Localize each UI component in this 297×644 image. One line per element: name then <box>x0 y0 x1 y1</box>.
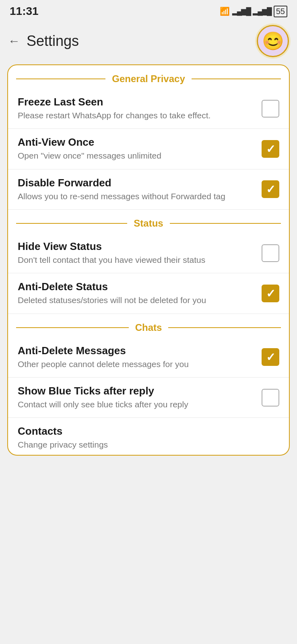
setting-title-anti-view-once: Anti-View Once <box>18 136 254 149</box>
setting-title-anti-delete-messages: Anti-Delete Messages <box>18 345 254 357</box>
battery-icon: 55 <box>274 6 287 17</box>
setting-text-disable-forwarded: Disable Forwarded Allows you to re-send … <box>18 177 262 202</box>
setting-row-anti-view-once[interactable]: Anti-View Once Open "view once" messages… <box>8 129 289 169</box>
avatar[interactable]: 😊 <box>257 25 289 57</box>
checkbox-anti-delete-messages[interactable] <box>262 348 279 366</box>
section-header-chats: Chats <box>8 314 289 337</box>
setting-row-freeze-last-seen[interactable]: Freeze Last Seen Please restart WhatsApp… <box>8 89 289 129</box>
section-line-chats-right <box>168 327 281 328</box>
setting-text-anti-delete-status: Anti-Delete Status Deleted statuses/stor… <box>18 281 262 306</box>
setting-title-anti-delete-status: Anti-Delete Status <box>18 281 254 293</box>
setting-row-anti-delete-status[interactable]: Anti-Delete Status Deleted statuses/stor… <box>8 273 289 314</box>
setting-title-contacts: Contacts <box>18 425 271 438</box>
checkbox-freeze-last-seen[interactable] <box>262 100 279 118</box>
setting-text-hide-view-status: Hide View Status Don't tell contact that… <box>18 240 262 266</box>
status-time: 11:31 <box>10 5 39 18</box>
signal-bars2-icon: ▂▄▆█ <box>253 7 271 16</box>
setting-desc-contacts: Change privacy settings <box>18 439 271 450</box>
section-line-chats-left <box>16 327 129 328</box>
back-button[interactable]: ← <box>8 34 20 48</box>
setting-text-freeze-last-seen: Freeze Last Seen Please restart WhatsApp… <box>18 96 262 121</box>
status-icons: 📶 ▂▄▆█ ▂▄▆█ 55 <box>220 6 287 17</box>
setting-title-hide-view-status: Hide View Status <box>18 240 254 253</box>
setting-row-disable-forwarded[interactable]: Disable Forwarded Allows you to re-send … <box>8 169 289 210</box>
setting-desc-anti-view-once: Open "view once" messages unlimited <box>18 150 254 161</box>
header-left: ← Settings <box>8 33 79 50</box>
section-title-status: Status <box>131 218 165 229</box>
section-header-status: Status <box>8 210 289 233</box>
section-line-status-left <box>16 223 127 224</box>
section-title-chats: Chats <box>133 322 165 333</box>
setting-text-anti-delete-messages: Anti-Delete Messages Other people cannot… <box>18 345 262 370</box>
setting-title-show-blue-ticks: Show Blue Ticks after reply <box>18 385 254 397</box>
setting-row-anti-delete-messages[interactable]: Anti-Delete Messages Other people cannot… <box>8 337 289 378</box>
setting-text-show-blue-ticks: Show Blue Ticks after reply Contact will… <box>18 385 262 410</box>
setting-desc-anti-delete-status: Deleted statuses/stories will not be del… <box>18 295 254 306</box>
setting-desc-anti-delete-messages: Other people cannot delete messages for … <box>18 359 254 370</box>
setting-row-contacts[interactable]: Contacts Change privacy settings <box>8 418 289 454</box>
setting-row-hide-view-status[interactable]: Hide View Status Don't tell contact that… <box>8 233 289 273</box>
avatar-emoji: 😊 <box>262 31 284 52</box>
checkbox-anti-view-once[interactable] <box>262 140 279 158</box>
setting-desc-show-blue-ticks: Contact will only see blue ticks after y… <box>18 399 254 410</box>
page-title: Settings <box>27 33 79 50</box>
setting-row-show-blue-ticks[interactable]: Show Blue Ticks after reply Contact will… <box>8 378 289 418</box>
wifi-icon: 📶 <box>220 6 230 16</box>
section-line-status-right <box>170 223 281 224</box>
setting-title-disable-forwarded: Disable Forwarded <box>18 177 254 189</box>
signal-bars-icon: ▂▄▆█ <box>232 7 251 16</box>
section-line-left <box>16 78 105 79</box>
section-line-right <box>192 78 281 79</box>
setting-desc-disable-forwarded: Allows you to re-send messages without F… <box>18 191 254 202</box>
status-bar: 11:31 📶 ▂▄▆█ ▂▄▆█ 55 <box>0 0 297 21</box>
section-header-general-privacy: General Privacy <box>8 65 289 89</box>
checkbox-show-blue-ticks[interactable] <box>262 389 279 407</box>
section-title-general-privacy: General Privacy <box>109 73 187 85</box>
setting-title-freeze-last-seen: Freeze Last Seen <box>18 96 254 108</box>
setting-desc-freeze-last-seen: Please restart WhatsApp for changes to t… <box>18 110 254 121</box>
header: ← Settings 😊 <box>0 21 297 64</box>
checkbox-disable-forwarded[interactable] <box>262 180 279 198</box>
setting-text-anti-view-once: Anti-View Once Open "view once" messages… <box>18 136 262 161</box>
checkbox-hide-view-status[interactable] <box>262 244 279 262</box>
main-card: General Privacy Freeze Last Seen Please … <box>7 64 290 456</box>
checkbox-anti-delete-status[interactable] <box>262 285 279 302</box>
setting-text-contacts: Contacts Change privacy settings <box>18 425 279 450</box>
setting-desc-hide-view-status: Don't tell contact that you have viewed … <box>18 254 254 266</box>
